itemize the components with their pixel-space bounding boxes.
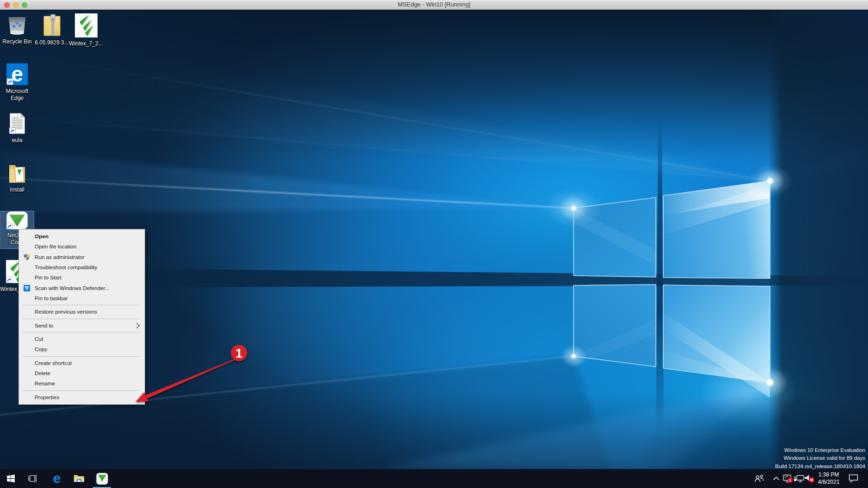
svg-text:!: !: [789, 477, 790, 482]
svg-text:1: 1: [235, 346, 242, 360]
svg-text:e: e: [53, 472, 61, 485]
